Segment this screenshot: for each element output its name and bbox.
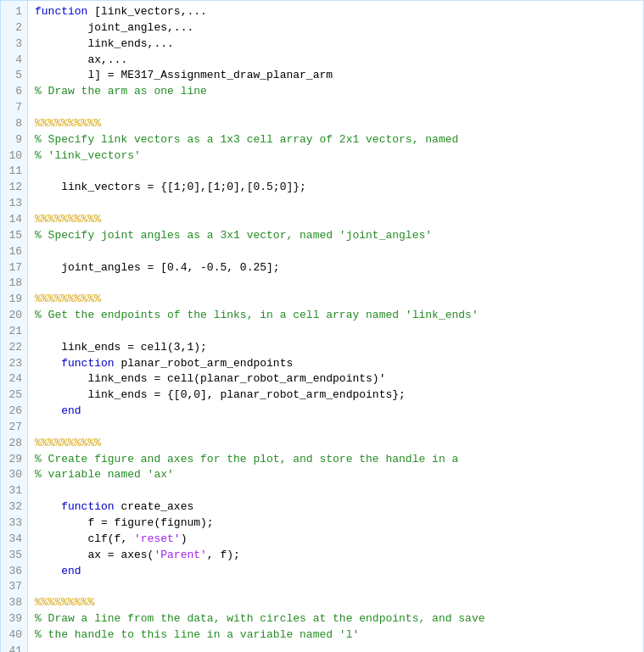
token-comment: % the handle to this line in a variable … — [35, 628, 359, 641]
line-number: 11 — [4, 164, 22, 180]
code-line: l] = ME317_Assignment_draw_planar_arm — [35, 68, 636, 84]
code-line: %%%%%%%%%% — [35, 116, 636, 132]
token-todo: %%%%%%%%%% — [35, 117, 101, 130]
line-number: 8 — [4, 116, 22, 132]
token-normal: ) — [181, 532, 188, 545]
token-normal: planar_robot_arm_endpoints — [115, 357, 294, 370]
line-number: 27 — [4, 420, 22, 436]
token-kw: function — [35, 5, 87, 18]
code-line — [35, 276, 636, 292]
line-number: 25 — [4, 387, 22, 404]
line-number: 21 — [4, 324, 22, 340]
code-line — [35, 100, 636, 116]
token-todo: %%%%%%%%%% — [35, 293, 101, 305]
code-line: % Specify joint angles as a 3x1 vector, … — [35, 228, 636, 244]
line-number: 22 — [4, 340, 22, 356]
code-line — [35, 324, 636, 340]
code-line: %%%%%%%%%% — [35, 436, 636, 452]
code-line: link_vectors = {[1;0],[1;0],[0.5;0]}; — [35, 180, 636, 196]
line-number: 6 — [4, 84, 22, 100]
line-number: 19 — [4, 292, 22, 308]
code-line — [35, 420, 636, 436]
line-number: 16 — [4, 244, 22, 260]
line-number: 32 — [4, 499, 22, 515]
line-number: 38 — [4, 595, 22, 611]
code-line — [35, 164, 636, 180]
token-normal: f = figure(fignum); — [35, 516, 214, 529]
token-normal: create_axes — [115, 500, 194, 513]
line-number: 34 — [4, 532, 22, 548]
token-normal: joint_angles = [0.4, -0.5, 0.25]; — [35, 261, 280, 274]
token-normal: , f); — [207, 549, 240, 561]
code-line — [35, 483, 636, 499]
code-line: link_ends = cell(3,1); — [35, 340, 636, 356]
token-comment: % Specify link vectors as a 1x3 cell arr… — [35, 133, 458, 146]
token-comment: % 'link_vectors' — [35, 149, 141, 162]
line-number: 41 — [4, 644, 22, 652]
token-normal — [35, 357, 61, 370]
code-line: link_ends = cell(planar_robot_arm_endpoi… — [35, 371, 636, 387]
token-normal: link_ends = {[0,0], planar_robot_arm_end… — [35, 388, 406, 401]
code-line — [35, 196, 636, 212]
code-line: end — [35, 564, 636, 580]
code-editor: 1234567891011121314151617181920212223242… — [0, 0, 644, 652]
code-line — [35, 644, 636, 652]
token-string: 'Parent' — [154, 549, 206, 561]
line-number: 20 — [4, 308, 22, 324]
line-number: 23 — [4, 356, 22, 372]
code-content[interactable]: function [link_vectors,... joint_angles,… — [28, 1, 643, 652]
line-numbers: 1234567891011121314151617181920212223242… — [1, 1, 28, 652]
code-line: function planar_robot_arm_endpoints — [35, 356, 636, 372]
code-line: joint_angles = [0.4, -0.5, 0.25]; — [35, 260, 636, 276]
code-line: end — [35, 404, 636, 420]
code-line: link_ends = {[0,0], planar_robot_arm_end… — [35, 387, 636, 404]
code-line: % variable named 'ax' — [35, 467, 636, 483]
token-normal: link_ends,... — [35, 37, 174, 50]
line-number: 18 — [4, 276, 22, 292]
token-normal: ax,... — [35, 53, 127, 66]
token-kw: end — [61, 404, 81, 417]
code-line: f = figure(fignum); — [35, 515, 636, 532]
line-number: 33 — [4, 515, 22, 532]
code-line: joint_angles,... — [35, 20, 636, 36]
code-line: % Get the endpoints of the links, in a c… — [35, 308, 636, 324]
line-number: 17 — [4, 260, 22, 276]
code-line: % Create figure and axes for the plot, a… — [35, 452, 636, 468]
line-number: 30 — [4, 467, 22, 483]
code-line: % Draw a line from the data, with circle… — [35, 611, 636, 627]
code-line: link_ends,... — [35, 36, 636, 53]
line-number: 36 — [4, 564, 22, 580]
line-number: 14 — [4, 212, 22, 228]
line-number: 12 — [4, 180, 22, 196]
token-normal: l] = ME317_Assignment_draw_planar_arm — [35, 69, 333, 81]
code-line: %%%%%%%%%% — [35, 292, 636, 308]
token-normal: joint_angles,... — [35, 21, 193, 34]
token-normal — [35, 500, 61, 513]
token-normal: [link_vectors,... — [87, 5, 206, 18]
token-comment: % Draw the arm as one line — [35, 85, 207, 98]
code-line: % 'link_vectors' — [35, 148, 636, 164]
code-line: %%%%%%%%% — [35, 595, 636, 611]
line-number: 3 — [4, 36, 22, 53]
line-number: 29 — [4, 452, 22, 468]
line-number: 13 — [4, 196, 22, 212]
line-number: 35 — [4, 548, 22, 564]
token-normal — [35, 404, 61, 417]
code-area: 1234567891011121314151617181920212223242… — [1, 1, 643, 652]
code-line: % Specify link vectors as a 1x3 cell arr… — [35, 132, 636, 148]
token-comment: % Get the endpoints of the links, in a c… — [35, 309, 479, 321]
line-number: 15 — [4, 228, 22, 244]
token-normal: ax = axes( — [35, 549, 154, 561]
token-normal: clf(f, — [35, 532, 134, 545]
token-comment: % variable named 'ax' — [35, 468, 174, 481]
token-todo: %%%%%%%%%% — [35, 437, 101, 449]
line-number: 37 — [4, 579, 22, 595]
code-line: % Draw the arm as one line — [35, 84, 636, 100]
token-normal: link_vectors = {[1;0],[1;0],[0.5;0]}; — [35, 181, 306, 193]
line-number: 28 — [4, 436, 22, 452]
token-kw: end — [61, 565, 81, 577]
token-normal — [35, 565, 61, 577]
code-line — [35, 244, 636, 260]
token-comment: % Specify joint angles as a 3x1 vector, … — [35, 229, 432, 242]
code-line: % the handle to this line in a variable … — [35, 627, 636, 644]
